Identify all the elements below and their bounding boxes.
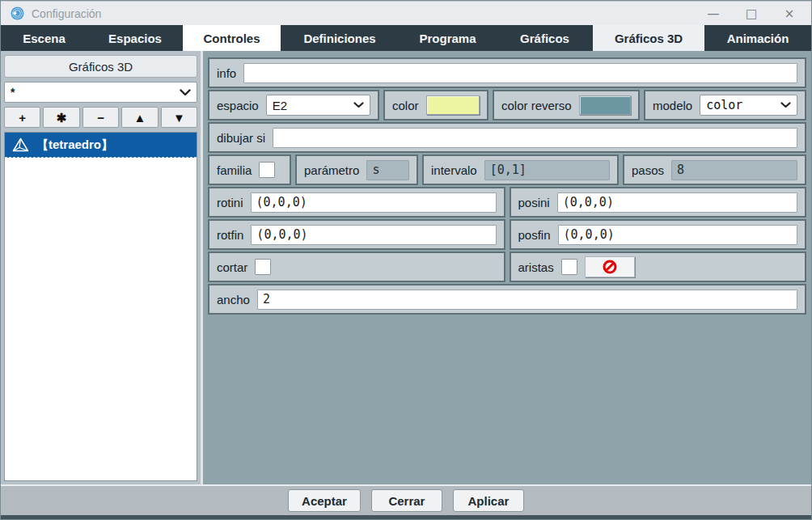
window-bottom-edge — [1, 515, 811, 519]
aristas-group: aristas — [510, 252, 807, 282]
ancho-label: ancho — [217, 293, 250, 307]
espacio-label: espacio — [217, 99, 259, 112]
modelo-select[interactable]: color — [700, 95, 797, 116]
familia-group: familia — [208, 154, 291, 185]
tab-escena[interactable]: Escena — [1, 25, 87, 51]
tetrahedron-icon — [12, 137, 29, 153]
color-swatch[interactable] — [426, 95, 480, 115]
cortar-checkbox[interactable] — [255, 259, 271, 275]
color-reverso-swatch[interactable] — [579, 95, 631, 115]
add-button[interactable]: + — [4, 107, 40, 128]
ancho-group: ancho — [208, 284, 806, 315]
properties-form: info espacio E2 color — [203, 51, 811, 484]
list-item-tetraedro[interactable]: 【tetraedro】 — [5, 133, 197, 158]
tab-definiciones[interactable]: Definiciones — [281, 25, 399, 51]
cortar-group: cortar — [208, 252, 505, 282]
chevron-down-icon — [353, 102, 364, 108]
chevron-down-icon — [780, 102, 791, 108]
rotfin-label: rotfin — [217, 228, 243, 242]
tab-animacion[interactable]: Animación — [704, 25, 811, 51]
tab-graficos-3d[interactable]: Gráficos 3D — [593, 25, 704, 51]
rotini-group: rotini — [208, 187, 505, 218]
pasos-group: pasos — [623, 154, 806, 185]
intervalo-group: intervalo — [422, 154, 619, 185]
familia-checkbox[interactable] — [259, 162, 275, 178]
posini-group: posini — [510, 187, 807, 218]
sidebar: Gráficos 3D * + ✱ − ▲ ▼ — [1, 51, 203, 484]
aristas-checkbox[interactable] — [561, 259, 577, 275]
tab-controles[interactable]: Controles — [183, 25, 281, 51]
posfin-group: posfin — [510, 219, 807, 250]
cortar-label: cortar — [217, 260, 247, 274]
remove-button[interactable]: − — [82, 107, 119, 128]
configuration-window: Configuración — □ × Escena Espacios Cont… — [0, 0, 812, 520]
parametro-label: parámetro — [304, 163, 359, 177]
color-group: color — [383, 90, 488, 120]
cerrar-button[interactable]: Cerrar — [371, 489, 442, 512]
rotini-field[interactable] — [251, 192, 497, 213]
espacio-value: E2 — [273, 99, 287, 112]
dibujar-si-group: dibujar si — [208, 122, 806, 153]
dibujar-si-label: dibujar si — [217, 131, 265, 145]
posini-label: posini — [518, 196, 550, 209]
aristas-color-none-button[interactable] — [585, 256, 635, 277]
pasos-label: pasos — [632, 163, 664, 177]
posini-field[interactable] — [557, 192, 797, 213]
posfin-field[interactable] — [558, 225, 797, 245]
graphics-3d-list: 【tetraedro】 — [4, 132, 197, 481]
no-entry-icon — [603, 260, 617, 274]
posfin-label: posfin — [518, 228, 551, 242]
minimize-button[interactable]: — — [698, 2, 729, 25]
move-up-button[interactable]: ▲ — [121, 107, 158, 128]
move-down-button[interactable]: ▼ — [161, 107, 197, 128]
modelo-value: color — [706, 98, 742, 112]
info-label: info — [217, 66, 236, 80]
rotfin-group: rotfin — [208, 219, 505, 250]
graphics-filter-select[interactable]: * — [4, 82, 197, 103]
dialog-body: Gráficos 3D * + ✱ − ▲ ▼ — [1, 51, 811, 484]
familia-label: familia — [217, 163, 252, 177]
color-reverso-label: color reverso — [501, 99, 572, 112]
info-group: info — [208, 57, 806, 88]
aristas-label: aristas — [518, 260, 554, 274]
rotini-label: rotini — [217, 196, 243, 209]
espacio-select[interactable]: E2 — [266, 95, 370, 116]
intervalo-label: intervalo — [431, 163, 477, 177]
tab-programa[interactable]: Programa — [399, 25, 497, 51]
close-button[interactable]: × — [774, 2, 805, 25]
ancho-field[interactable] — [257, 290, 797, 310]
info-field[interactable] — [243, 63, 797, 83]
parametro-field — [366, 160, 409, 180]
graphics-filter-value: * — [11, 86, 15, 99]
color-label: color — [392, 99, 419, 112]
dibujar-si-field[interactable] — [273, 128, 797, 148]
aplicar-button[interactable]: Aplicar — [453, 489, 524, 512]
app-logo-icon — [11, 6, 24, 20]
modelo-group: modelo color — [644, 90, 806, 120]
list-toolbar: + ✱ − ▲ ▼ — [4, 107, 197, 128]
rotfin-field[interactable] — [251, 225, 496, 245]
chevron-down-icon — [180, 89, 191, 96]
modelo-label: modelo — [653, 99, 692, 112]
titlebar: Configuración — □ × — [1, 1, 811, 25]
intervalo-field — [484, 160, 610, 180]
tab-espacios[interactable]: Espacios — [87, 25, 183, 51]
maximize-button[interactable]: □ — [736, 2, 767, 25]
aceptar-button[interactable]: Aceptar — [288, 489, 361, 512]
tab-graficos[interactable]: Gráficos — [497, 25, 593, 51]
pasos-field — [671, 160, 797, 180]
parametro-group: parámetro — [295, 154, 418, 185]
footer-bar: Aceptar Cerrar Aplicar — [1, 484, 811, 515]
tab-bar: Escena Espacios Controles Definiciones P… — [1, 25, 811, 51]
list-item-label: 【tetraedro】 — [36, 137, 113, 153]
color-reverso-group: color reverso — [493, 90, 640, 120]
duplicate-button[interactable]: ✱ — [43, 107, 79, 128]
espacio-group: espacio E2 — [208, 90, 379, 120]
window-title: Configuración — [32, 7, 691, 20]
sidebar-panel-title: Gráficos 3D — [4, 55, 197, 78]
